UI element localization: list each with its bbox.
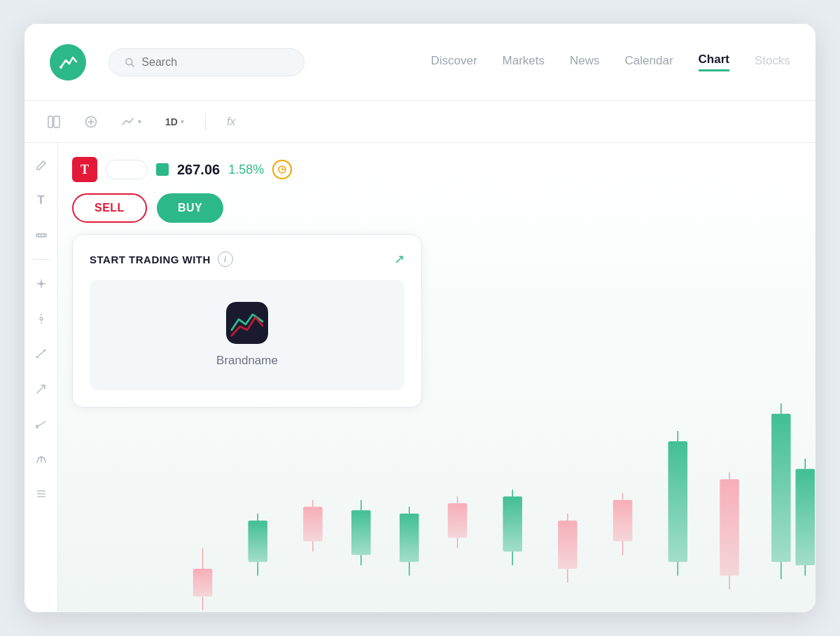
search-input[interactable] [141,56,288,69]
panel-toggle-icon [47,115,61,129]
svg-line-20 [37,385,45,393]
multi-line-tool[interactable] [30,483,52,505]
arrow-tool[interactable] [30,378,52,400]
toolbar-divider [205,113,206,130]
svg-rect-40 [248,520,267,562]
svg-rect-55 [503,497,522,552]
vertical-line-tool[interactable] [30,307,52,330]
chart-type-button[interactable]: ▾ [115,112,147,132]
toolbar: ▾ 1D ▾ fx [24,101,816,143]
svg-rect-4 [54,116,59,127]
crosshair-tool[interactable] [30,272,52,295]
pencil-tool[interactable] [30,154,52,177]
chart-type-chevron: ▾ [138,118,141,125]
app-container: Discover Markets News Calendar Chart Sto… [24,24,816,612]
ray-tool[interactable] [30,413,52,435]
clock-icon[interactable] [272,160,292,179]
svg-line-17 [37,350,45,357]
svg-rect-43 [303,507,323,541]
sidebar-tools: T [24,143,58,612]
nav-news[interactable]: News [570,54,600,71]
formula-button[interactable]: fx [221,111,241,132]
stock-info-bar: T 267.06 1.58% [72,157,292,182]
svg-rect-37 [193,569,213,596]
external-link-icon[interactable]: ↗ [394,251,405,267]
chart-area: T 267.06 1.58% SELL BUY [58,143,816,612]
tesla-logo-letter: T [80,163,89,177]
svg-rect-73 [795,469,815,565]
svg-rect-64 [668,441,688,562]
card-title: START TRADING WITH i [90,251,233,267]
timeframe-label: 1D [165,116,178,127]
tesla-logo: T [72,157,97,182]
stock-change-percent: 1.58% [228,163,264,177]
svg-point-19 [43,350,46,352]
nav-calendar[interactable]: Calendar [625,54,673,71]
stock-name-pill[interactable] [106,160,148,179]
svg-rect-46 [351,510,371,555]
tool-divider-1 [33,259,50,260]
app-logo[interactable] [50,44,86,81]
card-title-text: START TRADING WITH [90,254,211,265]
nav-discover[interactable]: Discover [430,54,477,71]
nav-stocks[interactable]: Stocks [755,54,790,71]
search-bar[interactable] [108,48,304,76]
header: Discover Markets News Calendar Chart Sto… [24,24,816,101]
main-content: T [24,143,816,612]
svg-rect-61 [613,500,633,541]
buy-button[interactable]: BUY [157,193,223,223]
panel-toggle-button[interactable] [41,111,66,133]
card-header: START TRADING WITH i ↗ [90,251,405,267]
timeframe-chevron: ▾ [181,118,184,125]
trade-buttons: SELL BUY [72,193,223,223]
search-icon [125,57,134,68]
text-tool[interactable]: T [30,189,52,212]
timeframe-button[interactable]: 1D ▾ [160,112,190,132]
ruler-tool[interactable] [30,224,52,247]
trendline-tool[interactable] [30,343,52,365]
svg-rect-3 [48,116,52,127]
svg-rect-70 [771,414,791,562]
main-nav: Discover Markets News Calendar Chart Sto… [430,53,790,71]
nav-chart[interactable]: Chart [699,53,729,71]
svg-line-2 [132,64,134,66]
formula-icon: fx [227,116,235,128]
pitchfork-tool[interactable] [30,448,52,470]
plus-icon [85,116,97,128]
stock-price: 267.06 [177,162,220,178]
svg-rect-58 [558,520,578,569]
add-indicator-button[interactable] [79,111,103,132]
brand-card[interactable]: Brandname [90,279,405,390]
svg-line-27 [44,458,46,462]
trading-card: START TRADING WITH i ↗ Brandname [72,234,422,408]
svg-point-0 [59,66,62,69]
svg-rect-52 [448,504,468,538]
chart-type-icon [121,116,135,127]
stock-color-indicator [156,163,169,176]
svg-rect-67 [720,479,739,576]
brand-name: Brandname [216,354,278,368]
svg-line-26 [37,458,38,462]
brand-logo [226,302,268,344]
nav-markets[interactable]: Markets [503,54,545,71]
info-icon[interactable]: i [218,251,233,267]
svg-point-18 [36,357,38,359]
svg-rect-49 [400,513,419,562]
sell-button[interactable]: SELL [72,193,147,223]
